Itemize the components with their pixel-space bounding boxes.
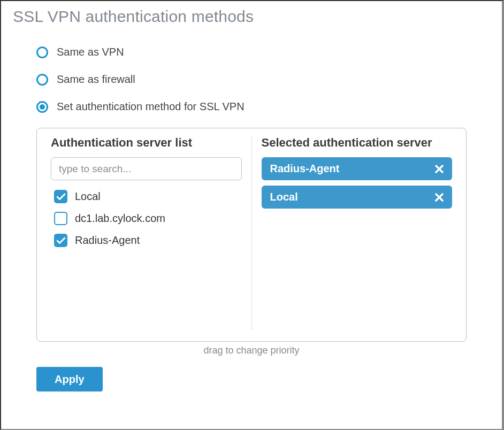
auth-server-panel: Authentication server list Local dc1.lab… <box>36 128 467 342</box>
available-servers-column: Authentication server list Local dc1.lab… <box>49 136 251 329</box>
radio-icon <box>36 74 48 86</box>
server-item-radius[interactable]: Radius-Agent <box>51 229 242 251</box>
server-label: Radius-Agent <box>75 234 140 247</box>
search-input[interactable] <box>51 157 242 180</box>
server-label: dc1.lab.cylock.com <box>75 212 165 225</box>
selected-server-radius[interactable]: Radius-Agent <box>262 157 453 180</box>
checkbox-icon <box>54 234 67 247</box>
available-heading: Authentication server list <box>51 136 242 150</box>
priority-hint: drag to change priority <box>36 345 467 356</box>
apply-button[interactable]: Apply <box>36 367 103 391</box>
radio-label: Same as firewall <box>57 73 135 86</box>
selected-server-local[interactable]: Local <box>262 186 453 209</box>
remove-button[interactable] <box>435 165 444 173</box>
server-item-dc1[interactable]: dc1.lab.cylock.com <box>51 208 242 229</box>
checkbox-icon <box>54 190 67 203</box>
server-item-local[interactable]: Local <box>51 186 242 208</box>
remove-button[interactable] <box>435 193 444 202</box>
close-icon <box>435 165 444 173</box>
selected-servers-column: Selected authentication server Radius-Ag… <box>251 136 455 329</box>
checkbox-icon <box>54 212 67 225</box>
page-title: SSL VPN authentication methods <box>1 1 502 30</box>
selected-heading: Selected authentication server <box>262 136 453 150</box>
radio-label: Set authentication method for SSL VPN <box>57 101 245 113</box>
radio-set-auth-sslvpn[interactable]: Set authentication method for SSL VPN <box>36 101 467 113</box>
server-label: Local <box>75 190 101 203</box>
radio-label: Same as VPN <box>57 46 124 58</box>
radio-icon <box>36 47 48 58</box>
selected-server-label: Local <box>270 191 298 203</box>
selected-server-label: Radius-Agent <box>270 163 340 175</box>
radio-icon <box>36 101 48 113</box>
radio-same-as-firewall[interactable]: Same as firewall <box>36 73 467 86</box>
close-icon <box>435 193 444 202</box>
radio-same-as-vpn[interactable]: Same as VPN <box>36 46 467 58</box>
auth-method-radio-group: Same as VPN Same as firewall Set authent… <box>36 46 467 113</box>
